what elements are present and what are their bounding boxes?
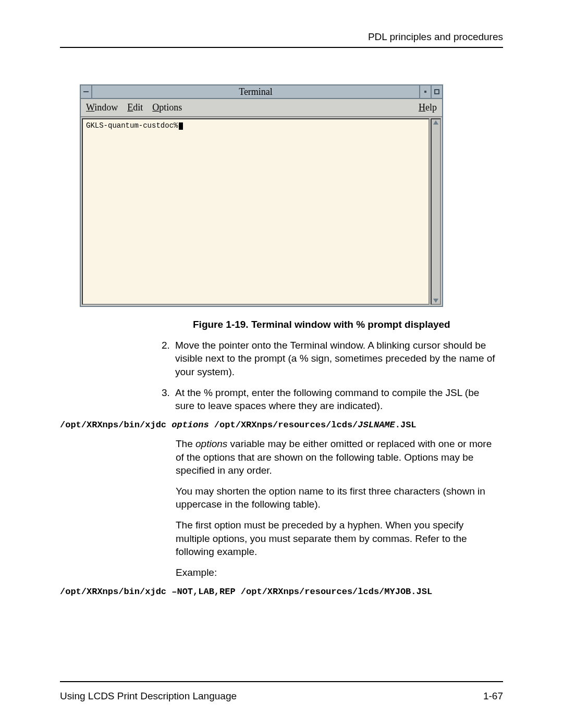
code-options-var: options xyxy=(172,420,209,430)
scroll-down-icon[interactable] xyxy=(433,299,438,303)
terminal-menubar: Window Edit Options Help xyxy=(81,99,442,117)
section-header: PDL principles and procedures xyxy=(60,31,503,43)
dash-icon xyxy=(83,91,89,92)
step-number: 2. xyxy=(162,339,175,379)
paragraph: The options variable may be either omitt… xyxy=(176,437,503,477)
paragraph-example-label: Example: xyxy=(176,566,503,579)
code-command-2: /opt/XRXnps/bin/xjdc –NOT,LAB,REP /opt/X… xyxy=(60,587,503,597)
footer: Using LCDS Print Description Language 1-… xyxy=(60,681,503,702)
step-number: 3. xyxy=(162,386,175,413)
code-jslname-var: JSLNAME xyxy=(358,420,395,430)
figure-caption: Figure 1-19. Terminal window with % prom… xyxy=(193,318,498,331)
cursor-icon xyxy=(179,122,183,130)
italic-text: options xyxy=(195,438,227,449)
step-3: 3. At the % prompt, enter the following … xyxy=(162,386,503,413)
dot-icon xyxy=(424,91,426,93)
terminal-prompt: GKLS-quantum-custdoc% xyxy=(86,121,178,130)
footer-rule xyxy=(60,681,503,682)
footer-left: Using LCDS Print Description Language xyxy=(60,690,237,702)
paragraph: You may shorten the option name to its f… xyxy=(176,485,503,511)
terminal-body[interactable]: GKLS-quantum-custdoc% xyxy=(82,118,430,305)
minimize-button[interactable] xyxy=(419,85,431,98)
box-icon xyxy=(434,89,439,94)
menu-window[interactable]: Window xyxy=(86,102,118,113)
code-text: /opt/XRXnps/bin/xjdc xyxy=(60,420,172,430)
terminal-titlebar: Terminal xyxy=(81,85,442,99)
terminal-scrollbar[interactable] xyxy=(431,118,441,305)
header-rule xyxy=(60,47,503,48)
step-2: 2. Move the pointer onto the Terminal wi… xyxy=(162,339,503,379)
window-menu-button[interactable] xyxy=(81,85,92,98)
maximize-button[interactable] xyxy=(431,85,442,98)
terminal-title: Terminal xyxy=(92,85,419,98)
menu-options[interactable]: Options xyxy=(152,102,182,113)
scroll-up-icon[interactable] xyxy=(433,120,438,125)
code-command-1: /opt/XRXnps/bin/xjdc options /opt/XRXnps… xyxy=(60,420,503,430)
step-text: At the % prompt, enter the following com… xyxy=(175,386,503,413)
footer-page-number: 1-67 xyxy=(483,690,503,702)
paragraph: The first option must be preceded by a h… xyxy=(176,519,503,559)
text: The xyxy=(176,438,195,449)
menu-help[interactable]: Help xyxy=(419,102,437,113)
code-text: /opt/XRXnps/resources/lcds/ xyxy=(209,420,358,430)
menu-edit[interactable]: Edit xyxy=(127,102,143,113)
terminal-window: Terminal Window Edit Options Help GKLS-q… xyxy=(80,84,443,307)
code-text: .JSL xyxy=(395,420,417,430)
step-text: Move the pointer onto the Terminal windo… xyxy=(175,339,503,379)
